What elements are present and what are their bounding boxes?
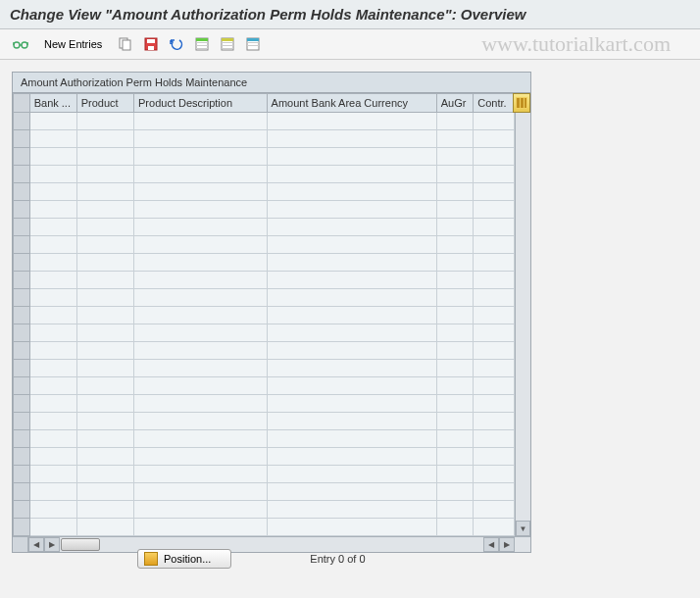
cell[interactable] (76, 307, 133, 324)
select-all-header[interactable] (14, 94, 30, 113)
cell[interactable] (267, 307, 436, 324)
row-selector[interactable] (14, 113, 30, 130)
row-selector[interactable] (14, 395, 30, 413)
table-row[interactable] (14, 289, 515, 307)
table-row[interactable] (14, 466, 515, 483)
cell[interactable] (436, 219, 474, 236)
cell[interactable] (474, 430, 515, 448)
row-selector[interactable] (14, 324, 30, 342)
cell[interactable] (134, 430, 268, 448)
cell[interactable] (267, 254, 436, 272)
cell[interactable] (474, 324, 515, 342)
row-selector[interactable] (14, 236, 30, 254)
cell[interactable] (76, 272, 133, 289)
cell[interactable] (134, 483, 268, 501)
cell[interactable] (134, 236, 268, 254)
table-row[interactable] (14, 272, 515, 289)
cell[interactable] (267, 377, 436, 395)
cell[interactable] (474, 148, 515, 166)
cell[interactable] (76, 466, 133, 483)
cell[interactable] (29, 113, 76, 130)
cell[interactable] (474, 272, 515, 289)
cell[interactable] (267, 342, 436, 360)
cell[interactable] (436, 483, 474, 501)
cell[interactable] (436, 448, 474, 466)
cell[interactable] (436, 466, 474, 483)
scroll-down-button[interactable]: ▼ (516, 521, 530, 536)
cell[interactable] (474, 307, 515, 324)
cell[interactable] (436, 254, 474, 272)
cell[interactable] (267, 519, 436, 536)
cell[interactable] (134, 501, 268, 519)
cell[interactable] (29, 501, 76, 519)
row-selector[interactable] (14, 254, 30, 272)
cell[interactable] (267, 324, 436, 342)
cell[interactable] (474, 183, 515, 201)
cell[interactable] (76, 519, 133, 536)
table-row[interactable] (14, 377, 515, 395)
table-row[interactable] (14, 360, 515, 377)
table-row[interactable] (14, 236, 515, 254)
cell[interactable] (134, 360, 268, 377)
cell[interactable] (76, 324, 133, 342)
row-selector[interactable] (14, 272, 30, 289)
cell[interactable] (267, 130, 436, 148)
row-selector[interactable] (14, 342, 30, 360)
cell[interactable] (29, 483, 76, 501)
cell[interactable] (76, 360, 133, 377)
row-selector[interactable] (14, 307, 30, 324)
cell[interactable] (436, 166, 474, 183)
cell[interactable] (267, 448, 436, 466)
row-selector[interactable] (14, 166, 30, 183)
cell[interactable] (76, 148, 133, 166)
cell[interactable] (267, 466, 436, 483)
cell[interactable] (134, 201, 268, 219)
cell[interactable] (29, 448, 76, 466)
cell[interactable] (267, 201, 436, 219)
cell[interactable] (29, 307, 76, 324)
table-row[interactable] (14, 183, 515, 201)
cell[interactable] (474, 413, 515, 430)
cell[interactable] (267, 360, 436, 377)
cell[interactable] (29, 377, 76, 395)
table-row[interactable] (14, 148, 515, 166)
cell[interactable] (436, 307, 474, 324)
cell[interactable] (29, 430, 76, 448)
cell[interactable] (76, 183, 133, 201)
cell[interactable] (474, 236, 515, 254)
table-row[interactable] (14, 166, 515, 183)
row-selector[interactable] (14, 360, 30, 377)
cell[interactable] (267, 483, 436, 501)
row-selector[interactable] (14, 483, 30, 501)
table-row[interactable] (14, 430, 515, 448)
cell[interactable] (436, 430, 474, 448)
row-selector[interactable] (14, 130, 30, 148)
cell[interactable] (134, 272, 268, 289)
row-selector[interactable] (14, 289, 30, 307)
cell[interactable] (267, 166, 436, 183)
row-selector[interactable] (14, 201, 30, 219)
table-row[interactable] (14, 395, 515, 413)
cell[interactable] (436, 236, 474, 254)
cell[interactable] (134, 130, 268, 148)
cell[interactable] (29, 254, 76, 272)
cell[interactable] (436, 342, 474, 360)
cell[interactable] (29, 395, 76, 413)
row-selector[interactable] (14, 466, 30, 483)
cell[interactable] (76, 448, 133, 466)
row-selector[interactable] (14, 219, 30, 236)
cell[interactable] (436, 148, 474, 166)
table-settings-button[interactable] (513, 93, 515, 113)
cell[interactable] (134, 395, 268, 413)
cell[interactable] (267, 413, 436, 430)
cell[interactable] (29, 519, 76, 536)
cell[interactable] (474, 466, 515, 483)
row-selector[interactable] (14, 148, 30, 166)
cell[interactable] (29, 272, 76, 289)
cell[interactable] (29, 148, 76, 166)
cell[interactable] (29, 466, 76, 483)
cell[interactable] (134, 324, 268, 342)
vertical-scrollbar[interactable]: ▲ ▼ (515, 93, 530, 536)
cell[interactable] (436, 360, 474, 377)
print-button[interactable] (242, 33, 264, 55)
